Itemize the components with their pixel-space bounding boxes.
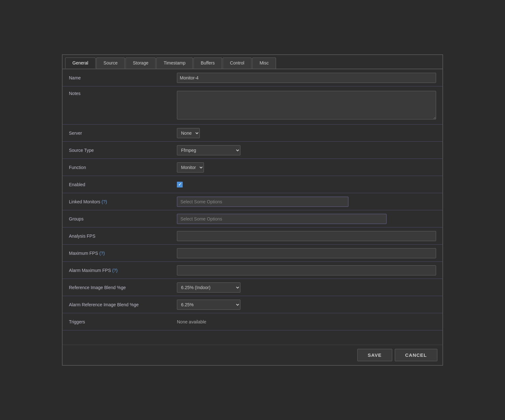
tab-buffers[interactable]: Buffers xyxy=(193,58,222,69)
source-type-select[interactable]: Ffmpeg Local Remote xyxy=(177,145,240,155)
notes-textarea[interactable] xyxy=(177,91,436,119)
reference-blend-label: Reference Image Blend %ge xyxy=(69,285,177,290)
reference-blend-row: Reference Image Blend %ge 6.25% (Indoor)… xyxy=(63,279,442,296)
tab-source[interactable]: Source xyxy=(96,58,125,69)
server-label: Server xyxy=(69,131,177,136)
alarm-maximum-fps-hint[interactable]: (?) xyxy=(112,268,118,273)
server-select[interactable]: None xyxy=(177,128,200,138)
notes-control xyxy=(177,91,436,120)
notes-label: Notes xyxy=(69,91,177,96)
maximum-fps-row: Maximum FPS (?) xyxy=(63,245,442,262)
source-type-control: Ffmpeg Local Remote xyxy=(177,145,436,155)
triggers-value: None available xyxy=(177,319,206,324)
alarm-reference-blend-select[interactable]: 6.25% 12.5% 25% 50% xyxy=(177,300,240,310)
linked-monitors-select[interactable]: Select Some Options xyxy=(177,197,348,207)
name-input[interactable] xyxy=(177,73,436,83)
alarm-maximum-fps-row: Alarm Maximum FPS (?) xyxy=(63,262,442,279)
tab-bar: General Source Storage Timestamp Buffers… xyxy=(63,55,442,69)
function-label: Function xyxy=(69,165,177,170)
enabled-label: Enabled xyxy=(69,182,177,187)
enabled-control xyxy=(177,182,436,187)
alarm-reference-blend-row: Alarm Reference Image Blend %ge 6.25% 12… xyxy=(63,296,442,313)
maximum-fps-input[interactable] xyxy=(177,248,436,258)
enabled-checkbox[interactable] xyxy=(177,182,183,187)
reference-blend-select[interactable]: 6.25% (Indoor) 12.5% 25% 50% xyxy=(177,282,240,293)
groups-select[interactable]: Select Some Options xyxy=(177,214,387,224)
tab-general[interactable]: General xyxy=(65,58,96,69)
linked-monitors-row: Linked Monitors (?) Select Some Options xyxy=(63,193,442,210)
dialog: General Source Storage Timestamp Buffers… xyxy=(62,54,443,366)
enabled-row: Enabled xyxy=(63,176,442,193)
alarm-maximum-fps-label: Alarm Maximum FPS (?) xyxy=(69,268,177,273)
reference-blend-control: 6.25% (Indoor) 12.5% 25% 50% xyxy=(177,282,436,293)
cancel-button[interactable]: CANCEL xyxy=(395,349,438,361)
analysis-fps-input[interactable] xyxy=(177,231,436,241)
function-select[interactable]: Monitor Modect Record Mocord Nodect xyxy=(177,162,204,173)
source-type-label: Source Type xyxy=(69,148,177,153)
server-control: None xyxy=(177,128,436,138)
maximum-fps-label: Maximum FPS (?) xyxy=(69,251,177,256)
save-button[interactable]: SAVE xyxy=(357,349,392,361)
footer: SAVE CANCEL xyxy=(63,345,442,365)
groups-label: Groups xyxy=(69,216,177,221)
alarm-reference-blend-label: Alarm Reference Image Blend %ge xyxy=(69,302,177,307)
analysis-fps-label: Analysis FPS xyxy=(69,234,177,239)
function-row: Function Monitor Modect Record Mocord No… xyxy=(63,159,442,176)
maximum-fps-control xyxy=(177,248,436,258)
analysis-fps-control xyxy=(177,231,436,241)
tab-misc[interactable]: Misc xyxy=(252,58,276,69)
alarm-reference-blend-control: 6.25% 12.5% 25% 50% xyxy=(177,300,436,310)
name-label: Name xyxy=(69,75,177,80)
name-row: Name xyxy=(63,69,442,86)
server-row: Server None xyxy=(63,125,442,142)
triggers-label: Triggers xyxy=(69,319,177,324)
tab-storage[interactable]: Storage xyxy=(125,58,156,69)
name-control xyxy=(177,73,436,83)
form-body: Name Notes Server None Source Type xyxy=(63,69,442,345)
source-type-row: Source Type Ffmpeg Local Remote xyxy=(63,142,442,159)
groups-row: Groups Select Some Options xyxy=(63,210,442,227)
alarm-maximum-fps-control xyxy=(177,265,436,275)
maximum-fps-hint[interactable]: (?) xyxy=(99,251,105,256)
linked-monitors-control: Select Some Options xyxy=(177,197,436,207)
triggers-row: Triggers None available xyxy=(63,313,442,330)
notes-row: Notes xyxy=(63,86,442,125)
triggers-control: None available xyxy=(177,319,436,324)
groups-control: Select Some Options xyxy=(177,214,436,224)
linked-monitors-label: Linked Monitors (?) xyxy=(69,199,177,204)
function-control: Monitor Modect Record Mocord Nodect xyxy=(177,162,436,173)
tab-control[interactable]: Control xyxy=(223,58,252,69)
tab-timestamp[interactable]: Timestamp xyxy=(156,58,193,69)
linked-monitors-hint[interactable]: (?) xyxy=(102,199,107,204)
analysis-fps-row: Analysis FPS xyxy=(63,227,442,245)
alarm-maximum-fps-input[interactable] xyxy=(177,265,436,275)
